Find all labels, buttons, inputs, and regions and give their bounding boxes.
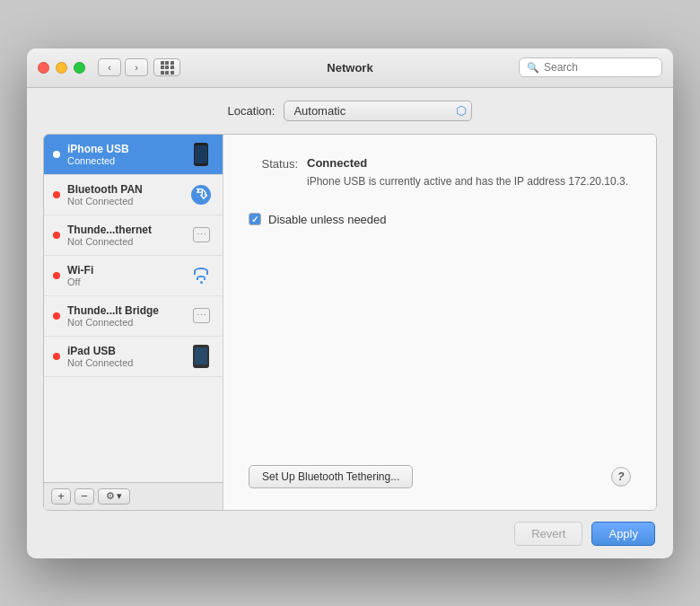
item-name-bluetooth: Bluetooth PAN bbox=[67, 183, 188, 196]
detail-spacer bbox=[249, 226, 631, 465]
item-name-ipad: iPad USB bbox=[67, 345, 188, 357]
iphone-icon bbox=[188, 142, 214, 167]
status-dot-iphone-usb bbox=[53, 151, 60, 158]
wifi-icon-wrapper bbox=[188, 263, 214, 288]
location-row: Location: Automatic Home Work ⬡ bbox=[43, 101, 657, 121]
ipad-icon-wrapper bbox=[188, 344, 214, 369]
status-description: iPhone USB is currently active and has t… bbox=[307, 173, 628, 189]
status-dot-thunder-eth bbox=[53, 232, 60, 239]
location-select-wrapper: Automatic Home Work ⬡ bbox=[284, 101, 472, 121]
detail-panel: Status: Connected iPhone USB is currentl… bbox=[223, 135, 656, 510]
item-text-bluetooth: Bluetooth PAN Not Connected bbox=[67, 183, 188, 206]
back-button[interactable]: ‹ bbox=[98, 58, 121, 76]
sidebar-item-thunderbolt-ethernet[interactable]: Thunde...thernet Not Connected ⋯ bbox=[44, 215, 223, 256]
gear-icon: ⚙ bbox=[106, 490, 115, 502]
item-status-wifi: Off bbox=[67, 277, 188, 287]
wifi-icon bbox=[194, 268, 208, 284]
checkmark-icon: ✓ bbox=[251, 215, 258, 224]
sidebar-item-wifi[interactable]: Wi-Fi Off bbox=[44, 256, 223, 296]
item-name-wifi: Wi-Fi bbox=[67, 264, 188, 277]
main-panel: iPhone USB Connected Bluetooth PAN Not C… bbox=[43, 134, 657, 511]
close-button[interactable] bbox=[38, 62, 49, 74]
network-window: ‹ › Network 🔍 Location: Automatic Home bbox=[27, 48, 673, 558]
bluetooth-tethering-button[interactable]: Set Up Bluetooth Tethering... bbox=[249, 465, 413, 488]
help-button[interactable]: ? bbox=[611, 467, 631, 487]
location-label: Location: bbox=[228, 104, 276, 118]
minimize-button[interactable] bbox=[56, 62, 67, 74]
item-status-thunder-eth: Not Connected bbox=[67, 236, 188, 247]
grid-icon bbox=[161, 61, 174, 75]
grid-view-button[interactable] bbox=[153, 58, 180, 76]
search-input[interactable] bbox=[544, 61, 654, 74]
status-section: Status: Connected iPhone USB is currentl… bbox=[249, 156, 631, 189]
item-status-thunder-bridge: Not Connected bbox=[67, 317, 188, 328]
search-icon: 🔍 bbox=[527, 62, 539, 74]
item-text-thunder-eth: Thunde...thernet Not Connected bbox=[67, 224, 188, 247]
traffic-lights bbox=[38, 62, 85, 74]
window-title: Network bbox=[327, 61, 372, 75]
sidebar-item-iphone-usb[interactable]: iPhone USB Connected bbox=[44, 135, 223, 175]
item-name-iphone-usb: iPhone USB bbox=[67, 143, 188, 155]
network-sidebar: iPhone USB Connected Bluetooth PAN Not C… bbox=[44, 135, 223, 510]
chevron-down-icon: ▾ bbox=[117, 490, 122, 502]
item-status-ipad: Not Connected bbox=[67, 357, 188, 368]
sidebar-item-thunderbolt-bridge[interactable]: Thunde...lt Bridge Not Connected ⋯ bbox=[44, 296, 223, 337]
revert-button[interactable]: Revert bbox=[514, 522, 582, 546]
iphone-device-icon bbox=[194, 143, 208, 166]
ipad-device-icon bbox=[193, 345, 209, 368]
titlebar: ‹ › Network 🔍 bbox=[27, 48, 673, 88]
bluetooth-icon: ⮷ bbox=[191, 185, 211, 205]
sidebar-item-ipad-usb[interactable]: iPad USB Not Connected bbox=[44, 337, 223, 377]
item-status-bluetooth: Not Connected bbox=[67, 196, 188, 206]
status-value: Connected bbox=[307, 156, 628, 170]
status-dot-bluetooth bbox=[53, 191, 60, 198]
disable-unless-needed-checkbox[interactable]: ✓ bbox=[249, 213, 261, 225]
status-label: Status: bbox=[249, 156, 298, 171]
sidebar-bottom-bar: + − ⚙ ▾ bbox=[44, 482, 223, 510]
add-network-button[interactable]: + bbox=[51, 488, 71, 505]
checkbox-label: Disable unless needed bbox=[268, 213, 387, 226]
maximize-button[interactable] bbox=[74, 62, 85, 74]
forward-button[interactable]: › bbox=[125, 58, 148, 76]
item-name-thunder-eth: Thunde...thernet bbox=[67, 224, 188, 236]
item-text-thunder-bridge: Thunde...lt Bridge Not Connected bbox=[67, 304, 188, 328]
footer-buttons: Revert Apply bbox=[43, 522, 657, 546]
item-status-iphone-usb: Connected bbox=[67, 155, 188, 166]
remove-network-button[interactable]: − bbox=[74, 488, 94, 505]
checkbox-row: ✓ Disable unless needed bbox=[249, 213, 631, 226]
thunderbolt-eth-icon: ⋯ bbox=[193, 227, 210, 242]
thunderbolt-bridge-icon-wrapper: ⋯ bbox=[188, 303, 214, 329]
detail-bottom-row: Set Up Bluetooth Tethering... ? bbox=[249, 465, 631, 488]
sidebar-item-bluetooth-pan[interactable]: Bluetooth PAN Not Connected ⮷ bbox=[44, 175, 223, 215]
status-content: Connected iPhone USB is currently active… bbox=[307, 156, 628, 189]
item-text-iphone-usb: iPhone USB Connected bbox=[67, 143, 188, 166]
location-select[interactable]: Automatic Home Work bbox=[284, 101, 472, 121]
item-text-wifi: Wi-Fi Off bbox=[67, 264, 188, 287]
bluetooth-icon-wrapper: ⮷ bbox=[188, 182, 214, 207]
thunderbolt-bridge-icon: ⋯ bbox=[193, 308, 210, 323]
item-text-ipad: iPad USB Not Connected bbox=[67, 345, 188, 368]
content-area: Location: Automatic Home Work ⬡ bbox=[27, 88, 673, 558]
status-dot-wifi bbox=[53, 272, 60, 279]
gear-menu-button[interactable]: ⚙ ▾ bbox=[98, 488, 130, 505]
status-dot-ipad bbox=[53, 353, 60, 360]
thunderbolt-eth-icon-wrapper: ⋯ bbox=[188, 223, 214, 248]
apply-button[interactable]: Apply bbox=[591, 522, 655, 546]
status-dot-thunder-bridge bbox=[53, 312, 60, 320]
network-list: iPhone USB Connected Bluetooth PAN Not C… bbox=[44, 135, 223, 482]
item-name-thunder-bridge: Thunde...lt Bridge bbox=[67, 304, 188, 317]
nav-buttons: ‹ › bbox=[98, 58, 148, 76]
search-box[interactable]: 🔍 bbox=[519, 57, 662, 77]
